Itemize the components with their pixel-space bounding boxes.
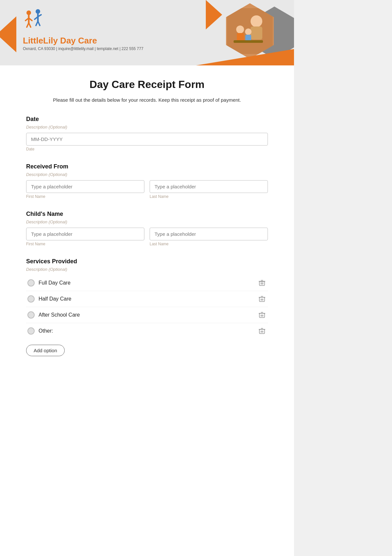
received-from-first-group: First Name	[26, 180, 144, 199]
childs-name-section: Child's Name Description (Optional) Firs…	[26, 211, 268, 246]
received-from-first-label: First Name	[26, 194, 144, 199]
delete-icon-half-day[interactable]	[257, 294, 267, 304]
svg-point-17	[245, 28, 252, 35]
delete-icon-full-day[interactable]	[257, 278, 267, 287]
childs-last-group: Last Name	[150, 228, 268, 246]
svg-rect-19	[234, 40, 263, 43]
logo-icon	[23, 8, 143, 34]
date-section: Date Description (Optional) Date	[26, 116, 268, 151]
radio-options-list: Full Day Care	[26, 275, 268, 339]
delete-icon-other[interactable]	[257, 326, 267, 336]
services-title: Services Provided	[26, 258, 268, 265]
svg-line-5	[29, 23, 31, 27]
radio-circle-full-day[interactable]	[27, 279, 35, 287]
radio-left-after-school: After School Care	[27, 311, 80, 319]
received-from-last-input[interactable]	[150, 180, 268, 193]
received-from-first-input[interactable]	[26, 180, 144, 193]
logo-subtitle: Oxnard, CA 93030 | inquire@littlelily.ma…	[23, 46, 143, 51]
radio-option-after-school: After School Care	[26, 307, 268, 323]
date-section-desc: Description (Optional)	[26, 125, 268, 130]
radio-left-full-day: Full Day Care	[27, 279, 71, 287]
radio-option-half-day: Half Day Care	[26, 291, 268, 307]
trash-svg-after-school	[258, 311, 266, 319]
received-from-section: Received From Description (Optional) Fir…	[26, 163, 268, 199]
childs-name-title: Child's Name	[26, 211, 268, 217]
received-from-last-group: Last Name	[150, 180, 268, 199]
logo-area: LittleLily Day Care Oxnard, CA 93030 | i…	[23, 8, 143, 51]
childs-first-group: First Name	[26, 228, 144, 246]
svg-point-13	[251, 15, 262, 27]
date-section-title: Date	[26, 116, 268, 123]
radio-label-full-day: Full Day Care	[39, 280, 71, 286]
radio-option-full-day: Full Day Care	[26, 275, 268, 291]
date-field-group: Date	[26, 133, 268, 151]
right-arrow-2-decoration	[196, 49, 294, 65]
radio-circle-half-day[interactable]	[27, 295, 35, 303]
radio-label-half-day: Half Day Care	[39, 296, 71, 302]
radio-label-other: Other:	[39, 328, 53, 334]
childs-name-fields: First Name Last Name	[26, 228, 268, 246]
form-subtitle: Please fill out the details below for yo…	[26, 97, 268, 103]
svg-rect-14	[251, 26, 262, 40]
trash-svg-other	[258, 327, 266, 335]
svg-line-11	[38, 21, 40, 26]
photo-svg	[227, 8, 273, 54]
childs-first-input[interactable]	[26, 228, 144, 240]
childs-name-desc: Description (Optional)	[26, 219, 268, 224]
add-option-button[interactable]: Add option	[26, 345, 65, 356]
date-input[interactable]	[26, 133, 268, 146]
radio-label-after-school: After School Care	[39, 312, 80, 318]
radio-circle-other[interactable]	[27, 327, 35, 335]
trash-svg-half-day	[258, 295, 266, 303]
delete-icon-after-school[interactable]	[257, 310, 267, 320]
radio-circle-after-school[interactable]	[27, 311, 35, 319]
radio-left-half-day: Half Day Care	[27, 295, 71, 303]
form-title: Day Care Receipt Form	[26, 78, 268, 91]
trash-svg-full-day	[258, 279, 266, 287]
left-arrow-decoration	[0, 16, 16, 52]
services-desc: Description (Optional)	[26, 267, 268, 272]
date-label-below: Date	[26, 147, 268, 151]
services-section: Services Provided Description (Optional)…	[26, 258, 268, 356]
received-from-fields: First Name Last Name	[26, 180, 268, 199]
childs-first-label: First Name	[26, 242, 144, 246]
radio-left-other: Other:	[27, 327, 53, 335]
header: LittleLily Day Care Oxnard, CA 93030 | i…	[0, 0, 294, 65]
received-from-last-label: Last Name	[150, 194, 268, 199]
form-body: Day Care Receipt Form Please fill out th…	[0, 65, 294, 381]
svg-point-15	[236, 26, 244, 33]
childs-last-label: Last Name	[150, 242, 268, 246]
logo-svg	[23, 8, 46, 31]
page: LittleLily Day Care Oxnard, CA 93030 | i…	[0, 0, 294, 556]
logo-title: LittleLily Day Care	[23, 36, 143, 46]
radio-option-other: Other:	[26, 323, 268, 339]
received-from-desc: Description (Optional)	[26, 172, 268, 177]
received-from-title: Received From	[26, 163, 268, 170]
childs-last-input[interactable]	[150, 228, 268, 240]
